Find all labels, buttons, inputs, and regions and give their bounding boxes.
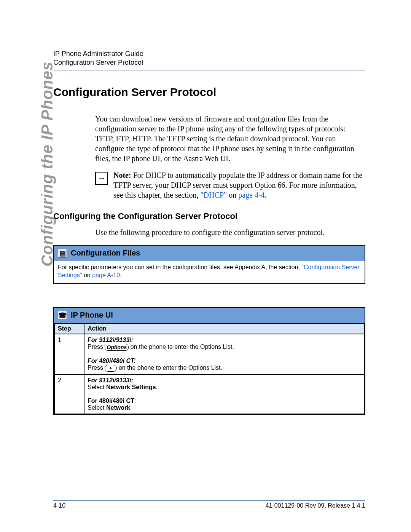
steps-table: Step Action 1 For 9112i/9133i: Press Opt…: [54, 323, 365, 414]
colon: :: [134, 398, 136, 404]
action-post: .: [156, 384, 158, 390]
model-label: For 480i/480i CT:: [88, 358, 361, 364]
note-period: .: [265, 191, 267, 199]
table-row: 2 For 9112i/9133i: Select Network Settin…: [54, 374, 364, 414]
action-pre: Press: [88, 343, 105, 350]
note-page-link[interactable]: page 4-4: [238, 191, 264, 199]
action-bold: Network Settings: [106, 384, 156, 390]
header-line-1: IP Phone Administrator Guide: [53, 50, 365, 58]
step-action: For 9112i/9133i: Press Options on the ph…: [84, 334, 364, 374]
model-label: For 9112i/9133i:: [88, 337, 361, 343]
header-line-2: Configuration Server Protocol: [53, 58, 365, 67]
step-num: 2: [54, 374, 84, 414]
ip-phone-ui-box: ☎ IP Phone UI Step Action 1 For 9112i/91…: [53, 307, 365, 415]
col-action: Action: [84, 323, 364, 334]
config-files-header: ▤ Configuration Files: [54, 246, 365, 261]
intro-paragraph: You can download new versions of firmwar…: [95, 114, 365, 163]
step-action: For 9112i/9133i: Select Network Settings…: [84, 374, 364, 414]
config-body-end: .: [120, 272, 121, 278]
footer-rule: [53, 500, 365, 501]
page-number: 4-10: [53, 502, 65, 509]
model-label: For 9112i/9133i:: [88, 377, 361, 384]
action-post: .: [130, 404, 132, 411]
config-body-mid: on: [82, 272, 92, 278]
page-footer: 4-10 41-001129-00 Rev 09, Release 1.4.1: [53, 500, 365, 509]
table-header-row: Step Action: [54, 323, 364, 334]
subheading: Configuring the Configuration Server Pro…: [53, 211, 365, 221]
phone-ui-title: IP Phone UI: [71, 311, 113, 320]
config-body-pre: For specific parameters you can set in t…: [58, 264, 301, 270]
document-page: IP Phone Administrator Guide Configurati…: [0, 0, 411, 532]
page-title: Configuration Server Protocol: [53, 86, 365, 99]
step-num: 1: [54, 334, 84, 374]
config-files-title: Configuration Files: [71, 249, 140, 257]
action-pre: Select: [88, 404, 106, 411]
action-bold: Network: [106, 404, 130, 411]
note-text: Note: For DHCP to automatically populate…: [113, 170, 365, 200]
model-label: For 480i/480i CT: [88, 398, 134, 404]
config-link-2[interactable]: page A-10: [92, 272, 120, 278]
options-key-icon: Options: [105, 344, 129, 351]
header-rule: [53, 70, 365, 70]
col-step: Step: [54, 323, 84, 334]
note-block: → Note: For DHCP to automatically popula…: [95, 170, 365, 200]
page-header: IP Phone Administrator Guide Configurati…: [53, 50, 365, 67]
action-post: on the phone to enter the Options List.: [129, 343, 234, 350]
note-link-dhcp[interactable]: "DHCP": [201, 191, 227, 199]
note-after-link: on: [227, 191, 238, 199]
table-row: 1 For 9112i/9133i: Press Options on the …: [54, 334, 364, 374]
up-key-icon: [105, 365, 117, 372]
sub-body: Use the following procedure to configure…: [95, 227, 365, 237]
document-icon: ▤: [58, 249, 67, 258]
action-post: on the phone to enter the Options List.: [117, 364, 222, 371]
phone-icon: ☎: [58, 311, 67, 320]
action-pre: Select: [88, 384, 106, 390]
note-label: Note:: [113, 171, 131, 179]
doc-revision: 41-001129-00 Rev 09, Release 1.4.1: [266, 502, 365, 509]
action-pre: Press: [88, 364, 105, 371]
config-files-body: For specific parameters you can set in t…: [54, 261, 365, 283]
arrow-icon: →: [95, 172, 108, 185]
configuration-files-box: ▤ Configuration Files For specific param…: [53, 245, 365, 284]
chapter-side-title: Configuring the IP Phones: [38, 62, 56, 267]
phone-ui-header: ☎ IP Phone UI: [54, 308, 365, 323]
